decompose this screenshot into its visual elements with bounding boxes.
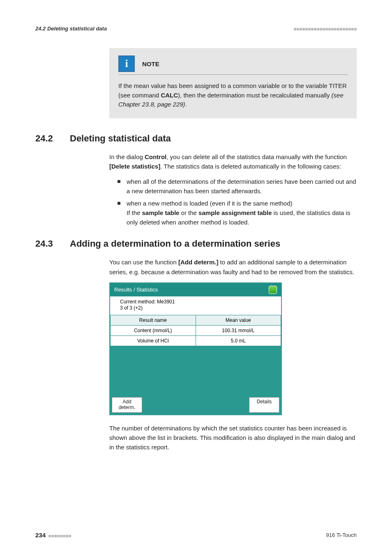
section-number: 24.3	[35, 238, 59, 249]
section-title-text: Adding a determination to a determinatio…	[70, 238, 280, 249]
header-decoration	[293, 25, 357, 32]
col-header: Result name	[111, 315, 196, 325]
section-heading-242: 24.2 Deleting statistical data	[35, 133, 357, 144]
header-section-label: 24.2 Deleting statistical data	[35, 25, 107, 32]
footer-page-number: 234	[35, 532, 71, 539]
screenshot-title: Results / Statistics	[114, 287, 158, 293]
text: when a new method is loaded (even if it …	[127, 200, 293, 207]
cell: Content (mmol/L)	[111, 325, 196, 335]
note-text: .	[185, 101, 187, 108]
list-item: when a new method is loaded (even if it …	[118, 199, 357, 227]
section-heading-243: 24.3 Adding a determination to a determi…	[35, 238, 357, 249]
screenshot-info: Current method: Me3901 3 of 3 (+2)	[110, 296, 281, 315]
counter-line: 3 of 3 (+2)	[120, 305, 143, 311]
add-determ-button[interactable]: Add determ.	[112, 397, 142, 413]
paragraph: The number of determinations by which th…	[109, 423, 357, 452]
cell: 5.0 mL	[196, 335, 281, 346]
text: You can use the function	[109, 259, 178, 266]
text: or the	[179, 209, 198, 216]
note-body: If the mean value has been assigned to a…	[118, 81, 348, 109]
table-row[interactable]: Content (mmol/L) 100.31 mmol/L	[111, 325, 281, 335]
text-bold: sample assignment table	[198, 209, 272, 216]
table-header-row: Result name Mean value	[111, 315, 281, 325]
text-bold: [Delete statistics]	[109, 163, 160, 170]
footer-product: 916 Ti-Touch	[326, 532, 357, 538]
note-text: ), then the determination must be recalc…	[178, 92, 332, 99]
list-item: when all of the determinations of the de…	[118, 177, 357, 196]
cell: Volume of HCl	[111, 335, 196, 346]
document-page: 24.2 Deleting statistical data i NOTE If…	[0, 0, 392, 555]
method-line: Current method: Me3901	[120, 299, 175, 305]
home-icon[interactable]	[269, 286, 277, 294]
bullet-list: when all of the determinations of the de…	[118, 177, 357, 227]
page-header: 24.2 Deleting statistical data	[35, 25, 357, 32]
text: when all of the determinations of the de…	[127, 178, 356, 194]
info-icon: i	[118, 56, 135, 72]
screenshot-button-bar: Add determ. Details	[110, 395, 281, 414]
text: If the	[127, 209, 142, 216]
screenshot-empty-area	[110, 346, 281, 395]
text: In the dialog	[109, 153, 145, 160]
text-bold: [Add determ.]	[178, 259, 219, 266]
note-calc: CALC	[161, 92, 178, 99]
page-number: 234	[35, 532, 46, 539]
note-callout: i NOTE If the mean value has been assign…	[109, 48, 357, 118]
cell: 100.31 mmol/L	[196, 325, 281, 335]
screenshot-titlebar: Results / Statistics	[110, 283, 281, 296]
note-header: i NOTE	[118, 56, 348, 75]
col-header: Mean value	[196, 315, 281, 325]
section-title-text: Deleting statistical data	[70, 133, 171, 144]
paragraph: You can use the function [Add determ.] t…	[109, 257, 357, 277]
text-bold: Control	[145, 153, 166, 160]
note-title: NOTE	[142, 60, 159, 67]
text: , you can delete all of the statistics d…	[166, 153, 347, 160]
text: . The statistics data is deleted automat…	[160, 163, 341, 170]
details-button[interactable]: Details	[249, 397, 279, 413]
paragraph: In the dialog Control, you can delete al…	[109, 152, 357, 171]
page-footer: 234 916 Ti-Touch	[35, 532, 357, 539]
results-table: Result name Mean value Content (mmol/L) …	[110, 315, 281, 346]
text-bold: sample table	[142, 209, 180, 216]
section-number: 24.2	[35, 133, 59, 144]
table-row[interactable]: Volume of HCl 5.0 mL	[111, 335, 281, 346]
embedded-screenshot: Results / Statistics Current method: Me3…	[109, 282, 282, 415]
